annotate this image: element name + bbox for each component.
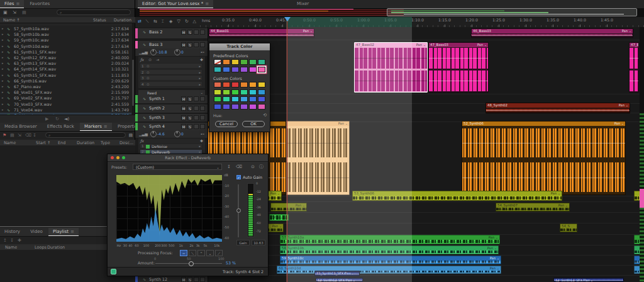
expander-icon[interactable]: ▸: [2, 49, 4, 55]
track-extra-button[interactable]: [194, 30, 199, 35]
file-row[interactable]: ▸∿63_Synth13_SFX.wav2:09.024: [0, 60, 131, 66]
fx-slot-arrow-icon[interactable]: ▸: [199, 70, 201, 74]
move-tool-icon[interactable]: ⇄: [138, 19, 142, 24]
file-row[interactable]: ▸∿64_Synth14_SFX.wav1:10.321: [0, 66, 131, 72]
move-down-icon[interactable]: ↧: [10, 238, 14, 244]
loop-icon[interactable]: ↻: [185, 19, 189, 24]
solo-button[interactable]: S: [187, 277, 192, 282]
track-color-strip[interactable]: [135, 276, 138, 282]
delete-preset-icon[interactable]: ⌫: [236, 164, 242, 170]
color-swatch[interactable]: [223, 96, 230, 102]
track-header[interactable]: ∿Synth 2MS: [135, 104, 208, 113]
mute-button[interactable]: M: [181, 30, 186, 35]
track-extra-button[interactable]: [200, 277, 205, 282]
track-extra-button[interactable]: [194, 277, 199, 282]
color-swatch[interactable]: [223, 67, 230, 72]
color-swatch[interactable]: [249, 59, 257, 65]
fx-slot-arrow-icon[interactable]: ▸: [199, 144, 201, 148]
time-selection-tool-icon[interactable]: ⌶: [162, 19, 164, 24]
color-swatch[interactable]: [223, 89, 230, 95]
playhead-handle[interactable]: [284, 17, 291, 21]
tab-history[interactable]: History: [0, 228, 25, 236]
solo-button[interactable]: S: [187, 42, 192, 47]
mute-button[interactable]: M: [181, 96, 186, 101]
cancel-button[interactable]: Cancel: [215, 121, 238, 127]
fx-prepost-icon[interactable]: ⇥: [156, 57, 159, 62]
markers-col-duration[interactable]: Duration: [77, 140, 94, 145]
fx-slot-arrow-icon[interactable]: ▸: [199, 76, 201, 80]
razor-tool-icon[interactable]: ⟍: [146, 19, 149, 24]
mute-button[interactable]: M: [181, 277, 186, 282]
color-swatch[interactable]: [231, 82, 239, 87]
track-header[interactable]: ∿Synth 1MS: [135, 95, 208, 104]
tab-playlist[interactable]: Playlist≡: [48, 228, 79, 236]
processing-focus-button[interactable]: ⌃: [197, 250, 205, 256]
gain-readout-value[interactable]: 10.63: [252, 240, 265, 245]
loop-icon[interactable]: ↻: [55, 116, 59, 122]
file-row[interactable]: ▸∿69_Vox02_SFX.wav2:15.797: [0, 95, 131, 101]
fx-slot-power-icon[interactable]: ⊙: [147, 76, 150, 80]
color-swatch[interactable]: [258, 89, 265, 95]
fx-slot-arrow-icon[interactable]: ▸: [199, 150, 201, 154]
output-routing-icon[interactable]: ⊷: [201, 50, 204, 54]
expander-icon[interactable]: ▸: [2, 89, 4, 95]
fx-enabled-checkbox[interactable]: [146, 145, 150, 149]
fx-slot-empty[interactable]: 3⊙▸: [140, 75, 203, 81]
fx-slot-arrow-icon[interactable]: ▸: [199, 82, 201, 86]
track-header[interactable]: ∿Synth 12MS: [135, 276, 208, 282]
track-color-strip[interactable]: [135, 28, 138, 38]
tab-editor[interactable]: Editor: Got Your Love.sesx *≡: [138, 0, 213, 8]
expander-icon[interactable]: ▸: [2, 78, 4, 84]
markers-col-type[interactable]: Type: [101, 140, 110, 145]
track-extra-button[interactable]: [194, 124, 199, 129]
tab-video[interactable]: Video: [26, 228, 47, 236]
file-row[interactable]: ▸∿57_Synth10a.wav2:17.634: [0, 26, 131, 31]
file-row[interactable]: ▸∿59_Synth10c.wav2:17.634: [0, 37, 131, 43]
playlist-col-name[interactable]: Name: [5, 245, 17, 250]
tab-files[interactable]: Files≡: [0, 0, 24, 8]
track-color-strip[interactable]: [135, 114, 138, 121]
color-swatch-none[interactable]: [214, 59, 221, 65]
color-swatch[interactable]: [240, 67, 248, 72]
color-swatch[interactable]: [249, 96, 257, 102]
fx-slot-arrow-icon[interactable]: ▸: [199, 64, 201, 68]
gain-slider-handle[interactable]: [236, 208, 241, 213]
expander-icon[interactable]: ▸: [2, 107, 4, 113]
color-swatch[interactable]: [240, 96, 248, 102]
file-row[interactable]: ▸∿67_Piano.wav2:43.200: [0, 84, 131, 89]
fx-slot-empty[interactable]: 2⊙▸: [140, 69, 203, 75]
expander-icon[interactable]: ▸: [2, 72, 4, 78]
fx-add-icon[interactable]: ✚: [200, 138, 203, 143]
tab-media-browser[interactable]: Media Browser: [0, 123, 42, 131]
fx-slot-power-icon[interactable]: ⊙: [147, 70, 150, 74]
expander-icon[interactable]: ▸: [2, 95, 4, 101]
track-color-strip[interactable]: [135, 95, 138, 103]
amount-slider-handle[interactable]: [189, 261, 194, 266]
play-icon[interactable]: ▶: [45, 116, 48, 122]
add-playlist-icon[interactable]: ✚: [18, 238, 21, 244]
reset-icon[interactable]: ⟲: [263, 113, 267, 118]
expander-icon[interactable]: ▸: [2, 55, 4, 60]
pan-knob[interactable]: [174, 49, 180, 55]
color-swatch[interactable]: [223, 104, 230, 110]
power-icon[interactable]: ⊙: [251, 164, 255, 170]
tab-markers[interactable]: Markers≡: [80, 123, 112, 131]
track-extra-button[interactable]: [194, 96, 199, 101]
track-name[interactable]: Synth 3: [149, 115, 165, 120]
processing-focus-button[interactable]: ⟋: [215, 250, 223, 256]
gain-slider[interactable]: [238, 184, 239, 237]
track-lanes[interactable]: [208, 27, 644, 282]
markers-col-end[interactable]: End: [58, 140, 65, 145]
panel-menu-icon[interactable]: ≡: [70, 229, 74, 234]
tab-effects-rack[interactable]: Effects Rack: [43, 123, 79, 131]
save-preset-icon[interactable]: ↧: [227, 164, 231, 170]
color-swatch[interactable]: [231, 59, 239, 65]
color-swatch[interactable]: [258, 96, 265, 102]
markers-search-input[interactable]: ⌕: [45, 132, 126, 138]
panel-menu-icon[interactable]: ≡: [104, 124, 108, 129]
mute-button[interactable]: M: [181, 124, 186, 129]
output-routing-icon[interactable]: ⊷: [201, 132, 204, 136]
track-name[interactable]: Synth 12: [149, 277, 167, 282]
expander-icon[interactable]: ▸: [2, 26, 4, 31]
color-swatch[interactable]: [231, 67, 239, 72]
